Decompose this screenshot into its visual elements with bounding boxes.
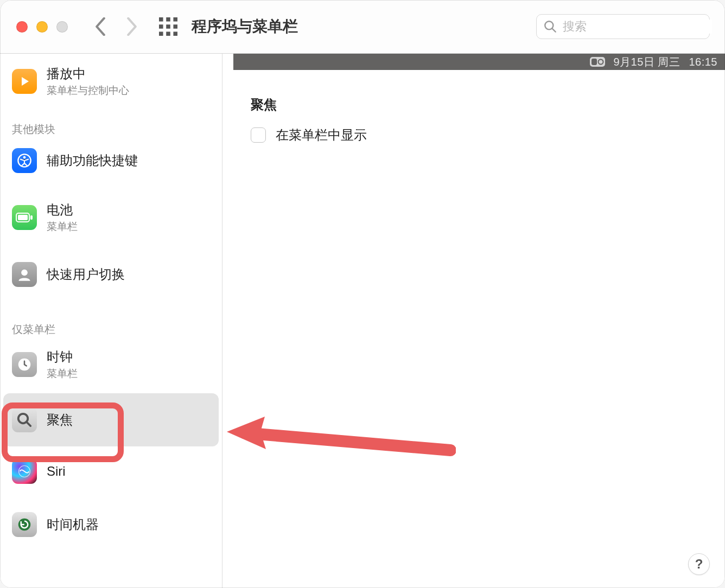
- sidebar-item-label: 聚焦: [47, 411, 73, 429]
- user-icon: [12, 262, 37, 287]
- sidebar-item-label: 时钟: [47, 348, 78, 366]
- svg-rect-8: [173, 31, 177, 36]
- svg-rect-14: [18, 215, 28, 220]
- content: 9月15日 周三 16:15 聚焦 在菜单栏中显示 ?: [222, 54, 725, 588]
- spotlight-icon: [12, 407, 37, 432]
- time-machine-icon: [12, 512, 37, 537]
- sidebar-item-fast-user-switching[interactable]: 快速用户切换: [0, 253, 222, 296]
- sidebar-item-label: Siri: [47, 464, 66, 479]
- close-window-button[interactable]: [16, 21, 28, 33]
- window-title: 程序坞与菜单栏: [192, 16, 298, 37]
- sidebar-item-sublabel: 菜单栏与控制中心: [47, 84, 129, 98]
- search-field[interactable]: [536, 14, 710, 39]
- sidebar-item-label: 时间机器: [47, 516, 99, 533]
- sidebar-item-sublabel: 菜单栏: [47, 367, 78, 381]
- nav-arrows: [94, 17, 138, 36]
- svg-rect-23: [592, 59, 597, 65]
- svg-rect-3: [159, 24, 163, 29]
- sidebar-item-sublabel: 菜单栏: [47, 220, 78, 234]
- show-all-button[interactable]: [159, 17, 177, 36]
- sidebar-item-label: 电池: [47, 201, 78, 219]
- sidebar-item-accessibility[interactable]: 辅助功能快捷键: [0, 139, 222, 182]
- menubar-time: 16:15: [689, 56, 717, 68]
- titlebar: 程序坞与菜单栏: [0, 0, 725, 54]
- play-icon: [12, 69, 37, 94]
- svg-rect-7: [166, 31, 170, 36]
- svg-rect-5: [173, 24, 177, 29]
- siri-icon: [12, 459, 37, 484]
- svg-point-12: [23, 156, 26, 159]
- sidebar: 播放中 菜单栏与控制中心 其他模块 辅助功能快捷键: [0, 54, 222, 588]
- back-button[interactable]: [94, 17, 107, 36]
- sidebar-item-time-machine[interactable]: 时间机器: [0, 503, 222, 546]
- window-controls: [16, 21, 68, 33]
- sidebar-item-label: 辅助功能快捷键: [47, 152, 138, 169]
- svg-rect-1: [166, 17, 170, 22]
- forward-button[interactable]: [125, 17, 138, 36]
- menubar-preview: 9月15日 周三 16:15: [233, 54, 725, 70]
- show-in-menubar-row: 在菜单栏中显示: [251, 126, 725, 144]
- section-header-menubar-only: 仅菜单栏: [0, 322, 222, 337]
- control-center-icon: [590, 57, 605, 67]
- search-icon: [543, 20, 557, 34]
- svg-rect-6: [159, 31, 163, 36]
- show-in-menubar-label: 在菜单栏中显示: [276, 126, 367, 144]
- sidebar-item-now-playing[interactable]: 播放中 菜单栏与控制中心: [0, 56, 222, 107]
- svg-rect-15: [30, 215, 33, 220]
- accessibility-icon: [12, 148, 37, 173]
- sidebar-item-spotlight[interactable]: 聚焦: [3, 393, 219, 446]
- sidebar-item-label: 快速用户切换: [47, 266, 125, 283]
- svg-point-16: [21, 270, 28, 276]
- battery-icon: [12, 205, 37, 230]
- clock-icon: [12, 352, 37, 377]
- show-in-menubar-checkbox[interactable]: [251, 127, 266, 143]
- sidebar-item-siri[interactable]: Siri: [0, 450, 222, 493]
- search-input[interactable]: [563, 20, 712, 34]
- svg-rect-4: [166, 24, 170, 29]
- svg-line-10: [552, 29, 556, 32]
- sidebar-item-label: 播放中: [47, 65, 129, 82]
- sidebar-item-battery[interactable]: 电池 菜单栏: [0, 192, 222, 243]
- menubar-date: 9月15日 周三: [614, 55, 681, 69]
- window: 程序坞与菜单栏 播放中 菜单栏与控制中心: [0, 0, 725, 588]
- svg-rect-2: [173, 17, 177, 22]
- body: 播放中 菜单栏与控制中心 其他模块 辅助功能快捷键: [0, 54, 725, 588]
- sidebar-item-clock[interactable]: 时钟 菜单栏: [0, 339, 222, 390]
- help-button[interactable]: ?: [688, 553, 710, 575]
- minimize-window-button[interactable]: [36, 21, 48, 33]
- section-header-other: 其他模块: [0, 122, 222, 137]
- svg-line-19: [27, 422, 31, 426]
- panel-title: 聚焦: [251, 96, 725, 113]
- zoom-window-button[interactable]: [56, 21, 68, 33]
- svg-rect-0: [159, 17, 163, 22]
